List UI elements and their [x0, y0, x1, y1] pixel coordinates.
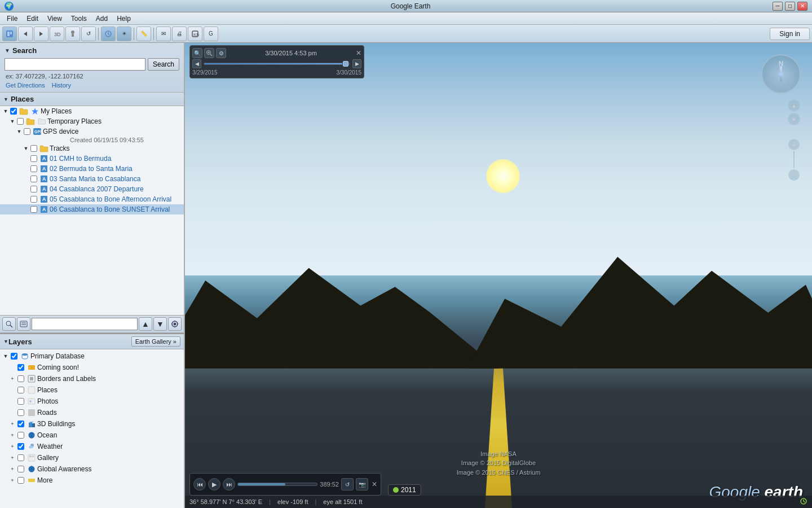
menu-help[interactable]: Help	[112, 14, 135, 24]
toolbar-refresh-btn[interactable]: ↺	[81, 27, 96, 41]
toolbar-print-btn[interactable]: 🖨	[172, 27, 187, 41]
expand-my-places[interactable]: ▼	[2, 108, 9, 115]
tc-handle[interactable]	[343, 61, 348, 67]
track-4-link[interactable]: 04 Casablanca 2007 Departure	[50, 185, 144, 193]
maximize-button[interactable]: □	[785, 2, 795, 11]
expand-global-awareness[interactable]: +	[9, 466, 16, 472]
cb-track-3[interactable]	[30, 176, 37, 182]
track-5-link[interactable]: 05 Casablanca to Bone Afternoon Arrival	[50, 195, 171, 203]
expand-weather[interactable]: +	[9, 443, 16, 450]
toolbar-share-btn[interactable]: KML	[188, 27, 202, 41]
sign-in-button[interactable]: Sign in	[770, 28, 810, 40]
expand-gallery[interactable]: +	[9, 454, 16, 461]
search-collapse-arrow[interactable]: ▼	[5, 47, 10, 54]
menu-view[interactable]: View	[43, 14, 67, 24]
menu-tools[interactable]: Tools	[67, 14, 91, 24]
zoom-in-btn[interactable]: +	[788, 139, 800, 150]
places-up-btn[interactable]: ▲	[139, 317, 152, 331]
tilt-up-btn[interactable]: ▲	[788, 99, 800, 112]
toolbar-3d-btn[interactable]: 3D	[50, 27, 64, 41]
expand-temp-places[interactable]: ▼	[9, 118, 16, 125]
toolbar-street-btn[interactable]	[65, 27, 80, 41]
nav-compass[interactable]: N	[761, 54, 801, 94]
cb-track-2[interactable]	[30, 165, 37, 172]
cb-roads[interactable]	[17, 409, 24, 416]
menu-edit[interactable]: Edit	[22, 14, 43, 24]
menu-add[interactable]: Add	[91, 14, 112, 24]
places-filter-input[interactable]	[32, 318, 138, 330]
track-3-link[interactable]: 03 Santa Maria to Casablanca	[50, 175, 140, 183]
vc-close-btn[interactable]: ✕	[372, 480, 377, 488]
expand-ocean[interactable]: +	[9, 432, 16, 439]
cb-tracks[interactable]	[30, 145, 37, 152]
track-2-link[interactable]: 02 Bermuda to Santa Maria	[50, 165, 133, 173]
vc-loop-btn[interactable]: ↺	[341, 478, 354, 491]
cb-more[interactable]	[17, 477, 24, 484]
compass-ring[interactable]: N	[761, 54, 801, 94]
close-button[interactable]: ✕	[797, 2, 807, 11]
menu-file[interactable]: File	[2, 14, 22, 24]
earth-gallery-button[interactable]: Earth Gallery »	[131, 336, 180, 347]
tc-zoom-out[interactable]: 🔍	[192, 48, 202, 58]
places-settings-btn[interactable]	[168, 317, 182, 331]
coming-soon-icon: !	[27, 363, 36, 372]
vc-fastforward-btn[interactable]: ⏭	[223, 478, 235, 491]
tc-settings[interactable]: ⚙	[216, 48, 226, 58]
track-6-link[interactable]: 06 Casablanca to Bone SUNSET Arrival	[50, 205, 170, 213]
expand-3d-buildings[interactable]: +	[9, 421, 16, 427]
places-header[interactable]: ▼ Places	[0, 93, 184, 106]
toolbar-google-btn[interactable]: G	[204, 27, 218, 41]
cb-gallery[interactable]	[17, 454, 24, 461]
track-1-link[interactable]: 01 CMH to Bermuda	[50, 155, 111, 163]
history-link[interactable]: History	[52, 82, 71, 89]
cb-places-layer[interactable]	[17, 387, 24, 393]
vc-slider-track[interactable]	[237, 483, 317, 486]
cb-my-places[interactable]	[10, 108, 17, 115]
tc-zoom-in[interactable]	[204, 48, 214, 58]
tilt-down-btn[interactable]: ▼	[788, 113, 800, 125]
cb-gps[interactable]	[24, 128, 30, 135]
cb-global-awareness[interactable]	[17, 466, 24, 472]
cb-3d-buildings[interactable]	[17, 421, 24, 427]
cb-photos[interactable]	[17, 398, 24, 405]
places-down-btn[interactable]: ▼	[153, 317, 167, 331]
zoom-out-btn[interactable]: −	[788, 169, 800, 181]
toolbar-ruler-btn[interactable]: 📏	[136, 27, 151, 41]
cb-track-6[interactable]	[30, 206, 37, 213]
toolbar-forward-btn[interactable]	[34, 27, 48, 41]
toolbar-back-btn[interactable]	[18, 27, 33, 41]
toolbar-sun-btn[interactable]: ☀	[117, 27, 131, 41]
vc-play-btn[interactable]: ▶	[208, 478, 220, 491]
expand-primary-db[interactable]: ▼	[2, 353, 9, 360]
vc-rewind-btn[interactable]: ⏮	[193, 478, 206, 491]
places-search-btn[interactable]	[2, 317, 16, 331]
cb-track-1[interactable]	[30, 155, 37, 162]
cb-temp-places[interactable]	[17, 118, 24, 125]
tc-next-btn[interactable]: ▶	[352, 59, 361, 68]
search-input[interactable]	[5, 58, 145, 71]
expand-tracks[interactable]: ▼	[23, 145, 29, 152]
tc-slider[interactable]	[204, 62, 350, 66]
toolbar-email-btn[interactable]: ✉	[156, 27, 171, 41]
cb-coming-soon[interactable]	[17, 364, 24, 371]
expand-borders[interactable]: +	[9, 375, 16, 382]
cb-track-5[interactable]	[30, 196, 37, 203]
vc-camera-btn[interactable]: 📷	[356, 478, 368, 491]
cb-track-4[interactable]	[30, 186, 37, 192]
cb-primary-db[interactable]	[11, 353, 17, 360]
tc-close-btn[interactable]: ✕	[356, 49, 361, 57]
layers-arrow[interactable]: ▼	[3, 339, 8, 344]
cb-weather[interactable]	[17, 443, 24, 450]
get-directions-link[interactable]: Get Directions	[6, 82, 45, 89]
expand-gps[interactable]: ▼	[16, 128, 23, 135]
expand-more[interactable]: +	[9, 477, 16, 484]
places-list-btn[interactable]	[17, 317, 30, 331]
toolbar-time-btn[interactable]	[101, 27, 116, 41]
tc-prev-btn[interactable]: ◀	[192, 59, 201, 68]
search-button[interactable]: Search	[148, 58, 179, 71]
toolbar-places-btn[interactable]	[2, 27, 17, 41]
cb-ocean[interactable]	[17, 432, 24, 439]
map-area[interactable]: 🔍 ⚙ 3/30/2015 4:53 pm ✕ ◀ ▶	[185, 43, 812, 508]
cb-borders[interactable]	[17, 375, 24, 382]
minimize-button[interactable]: ─	[773, 2, 783, 11]
